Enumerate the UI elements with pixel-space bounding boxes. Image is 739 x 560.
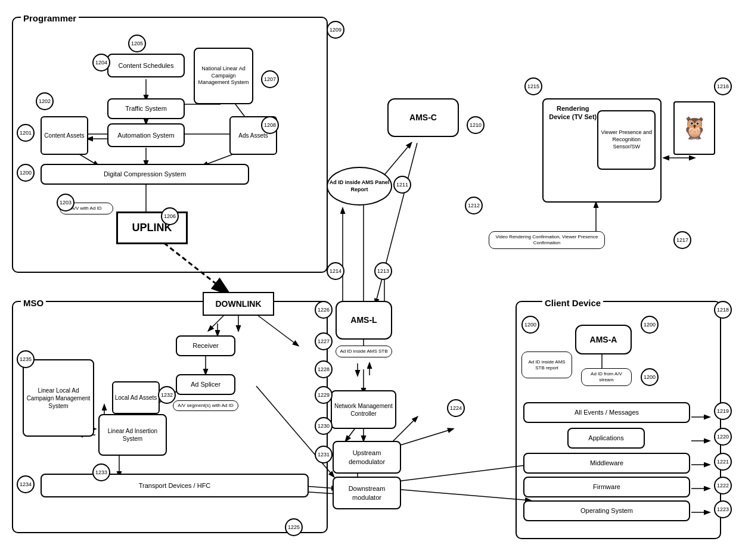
- linear-local-box: Linear Local Ad Campaign Management Syst…: [23, 359, 94, 437]
- circle-1208: 1208: [261, 116, 279, 134]
- ams-c-label: AMS-C: [409, 112, 437, 123]
- circle-1218: 1218: [714, 301, 732, 319]
- linear-ad-insertion-label: Linear Ad Insertion System: [100, 427, 166, 443]
- circle-1228: 1228: [315, 360, 333, 378]
- downstream-mod-box: Downstream modulator: [333, 477, 401, 509]
- circle-1210: 1210: [467, 116, 485, 134]
- circle-1227: 1227: [315, 332, 333, 350]
- all-events-box: All Events / Messages: [523, 402, 690, 423]
- ad-id-stb-report-label: Ad ID inside AMS STB report: [524, 359, 569, 371]
- ams-a-label: AMS-A: [590, 334, 617, 345]
- circle-1209: 1209: [327, 21, 344, 39]
- middleware-box: Middleware: [523, 453, 690, 474]
- linear-local-label: Linear Local Ad Campaign Management Syst…: [24, 387, 93, 410]
- ams-l-box: AMS-L: [336, 301, 392, 340]
- downstream-mod-label: Downstream modulator: [334, 484, 400, 502]
- circle-1220: 1220: [714, 428, 732, 446]
- circle-1235: 1235: [17, 350, 35, 368]
- applications-label: Applications: [588, 434, 623, 442]
- downlink-box: DOWNLINK: [203, 292, 274, 316]
- ads-assets-label: Ads Assets: [238, 132, 268, 139]
- operating-system-box: Operating System: [523, 500, 690, 521]
- client-device-label: Client Device: [542, 298, 603, 308]
- digital-compression-label: Digital Compression System: [104, 170, 186, 178]
- digital-compression-box: Digital Compression System: [41, 164, 249, 185]
- linear-ad-insertion-box: Linear Ad Insertion System: [98, 414, 167, 456]
- content-assets-label: Content Assets: [44, 132, 84, 139]
- firmware-box: Firmware: [523, 477, 690, 497]
- circle-1217: 1217: [673, 231, 691, 249]
- viewer-icon: 🦉: [673, 101, 715, 155]
- circle-1200c: 1200: [641, 316, 659, 334]
- downlink-label: DOWNLINK: [216, 299, 262, 309]
- content-schedules-box: Content Schedules: [107, 54, 185, 77]
- ad-id-ams-panel-box: Ad ID inside AMS Panel Report: [327, 167, 392, 206]
- programmer-label: Programmer: [21, 13, 79, 23]
- traffic-system-label: Traffic System: [125, 104, 167, 113]
- circle-1232: 1232: [158, 386, 176, 404]
- svg-line-19: [387, 465, 530, 483]
- circle-1230: 1230: [315, 417, 333, 435]
- network-mgmt-box: Network Management Controller: [331, 390, 396, 429]
- circle-1211: 1211: [393, 176, 411, 194]
- operating-system-label: Operating System: [580, 506, 633, 515]
- circle-1226: 1226: [315, 301, 333, 319]
- diagram: Programmer MSO Client Device Content Sch…: [0, 0, 739, 560]
- applications-box: Applications: [567, 428, 645, 449]
- circle-1200d: 1200: [641, 368, 659, 386]
- circle-1213: 1213: [374, 262, 392, 280]
- av-ad-id-label: A/V with Ad ID: [71, 206, 101, 211]
- network-mgmt-label: Network Management Controller: [332, 402, 395, 418]
- ad-id-stb-report-tag: Ad ID inside AMS STB report: [521, 351, 572, 378]
- mso-label: MSO: [21, 298, 46, 308]
- receiver-label: Receiver: [192, 341, 218, 350]
- circle-1224: 1224: [447, 399, 465, 417]
- circle-1229: 1229: [315, 386, 333, 404]
- receiver-box: Receiver: [176, 335, 235, 356]
- all-events-label: All Events / Messages: [575, 408, 639, 416]
- video-confirm-label: Video Rendering Confirmation, Viewer Pre…: [492, 234, 602, 245]
- ad-splicer-box: Ad Splicer: [176, 374, 235, 395]
- circle-1204: 1204: [92, 54, 110, 71]
- ams-c-box: AMS-C: [387, 98, 459, 137]
- ams-l-label: AMS-L: [350, 315, 377, 325]
- upstream-demod-box: Upstream demodulator: [333, 441, 401, 474]
- circle-1223: 1223: [714, 500, 732, 518]
- circle-1200b: 1200: [521, 316, 539, 334]
- automation-system-label: Automation System: [117, 131, 174, 139]
- circle-1205: 1205: [128, 35, 146, 52]
- viewer-presence-label: Viewer Presence and Recognition Sensor/S…: [598, 129, 654, 150]
- content-assets-box: Content Assets: [41, 116, 88, 155]
- av-segments-label: A/V segment(s) with Ad ID: [178, 403, 233, 409]
- viewer-presence-box: Viewer Presence and Recognition Sensor/S…: [597, 110, 656, 170]
- ad-id-av-stream-tag: Ad ID from A/V stream: [581, 368, 632, 386]
- local-ad-assets-box: Local Ad Assets: [112, 381, 160, 414]
- circle-1212: 1212: [465, 197, 483, 214]
- ams-a-box: AMS-A: [575, 325, 632, 354]
- circle-1206: 1206: [161, 207, 179, 225]
- transport-devices-label: Transport Devices / HFC: [139, 481, 211, 490]
- ad-id-av-stream-label: Ad ID from A/V stream: [584, 371, 629, 382]
- ad-id-ams-stb-tag: Ad ID inside AMS STB: [336, 346, 392, 357]
- circle-1214: 1214: [327, 262, 344, 280]
- rendering-device-title: Rendering Device (TV Set): [548, 104, 597, 122]
- circle-1215: 1215: [524, 77, 542, 95]
- circle-1216: 1216: [714, 77, 732, 95]
- circle-1200a: 1200: [17, 164, 35, 182]
- svg-line-20: [387, 489, 530, 500]
- circle-1201: 1201: [17, 124, 35, 142]
- circle-1221: 1221: [714, 453, 732, 471]
- transport-devices-box: Transport Devices / HFC: [41, 474, 309, 497]
- local-ad-assets-label: Local Ad Assets: [115, 394, 157, 402]
- circle-1234: 1234: [17, 475, 35, 493]
- firmware-label: Firmware: [593, 483, 620, 491]
- content-schedules-label: Content Schedules: [119, 61, 174, 70]
- circle-1233: 1233: [92, 463, 110, 481]
- ad-id-ams-panel-label: Ad ID inside AMS Panel Report: [328, 179, 391, 193]
- av-segments-tag: A/V segment(s) with Ad ID: [173, 400, 238, 411]
- circle-1207: 1207: [261, 70, 279, 88]
- ad-splicer-label: Ad Splicer: [191, 380, 221, 388]
- automation-system-box: Automation System: [107, 123, 185, 147]
- video-confirm-tag: Video Rendering Confirmation, Viewer Pre…: [489, 231, 605, 249]
- circle-1222: 1222: [714, 477, 732, 494]
